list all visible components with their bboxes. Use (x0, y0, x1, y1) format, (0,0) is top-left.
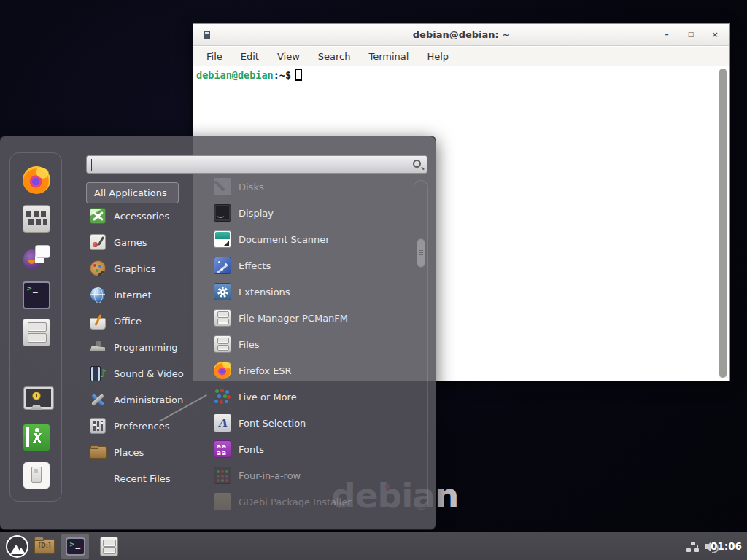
messenger-icon[interactable] (23, 244, 50, 271)
app-item-files[interactable]: Files (206, 331, 405, 357)
app-item-four-in-a-row[interactable]: Four-in-a-row (206, 462, 405, 489)
category-label: Internet (114, 289, 152, 300)
app-item-gdebi-package-installer[interactable]: GDebi Package Installer (206, 489, 405, 511)
firefox-icon (214, 362, 231, 379)
category-label: Places (114, 447, 144, 458)
menu-logo-icon (6, 535, 28, 558)
app-label: Document Scanner (239, 234, 330, 245)
app-item-file-manager-pcmanfm[interactable]: File Manager PCManFM (206, 305, 405, 331)
app-item-fonts[interactable]: aaaa Fonts (206, 436, 405, 462)
app-label: Extensions (239, 287, 290, 298)
category-games[interactable]: Games (86, 229, 204, 255)
close-button[interactable]: × (709, 29, 721, 41)
terminal-icon (66, 537, 85, 556)
terminal-menubar: File Edit View Search Terminal Help (193, 47, 729, 66)
category-preferences[interactable]: Preferences (86, 413, 204, 439)
four-in-a-row-icon (214, 467, 231, 484)
extensions-icon (214, 283, 231, 300)
app-label: Display (239, 208, 274, 219)
internet-icon (90, 287, 106, 303)
logout-icon[interactable] (23, 424, 50, 451)
no-icon (90, 470, 106, 486)
font-selection-glyph: A (218, 416, 227, 429)
minimize-button[interactable]: – (661, 29, 673, 41)
terminal-title: debian@debian: ~ (193, 24, 729, 46)
menu-scrollbar-thumb[interactable] (417, 238, 425, 268)
app-item-firefox-esr[interactable]: Firefox ESR (206, 357, 405, 384)
category-recent-files[interactable]: Recent Files (86, 465, 204, 491)
menubar-item-terminal[interactable]: Terminal (368, 51, 409, 62)
app-label: Fonts (239, 444, 264, 455)
sound-video-icon (90, 365, 106, 381)
app-item-font-selection[interactable]: A Font Selection (206, 410, 405, 436)
search-input[interactable] (86, 155, 427, 174)
office-icon (90, 318, 106, 330)
category-label: Games (114, 237, 147, 248)
app-label: Four-in-a-row (239, 470, 301, 481)
menubar-item-file[interactable]: File (206, 51, 222, 62)
administration-icon (90, 392, 106, 408)
screensaver-icon[interactable] (23, 385, 50, 413)
search-icon (413, 160, 421, 168)
applications-list: Disks Display Document Scanner Effects E… (206, 176, 405, 511)
app-label: GDebi Package Installer (239, 497, 352, 508)
category-accessories[interactable]: Accessories (86, 203, 204, 229)
taskbar: 01:06 (0, 532, 747, 560)
terminal-scrollbar[interactable] (719, 69, 727, 378)
category-label: Preferences (114, 421, 169, 432)
app-label: Disks (239, 182, 264, 192)
clock[interactable]: 01:06 (711, 532, 742, 560)
category-sound-video[interactable]: Sound & Video (86, 360, 204, 386)
category-places[interactable]: Places (86, 439, 204, 465)
category-administration[interactable]: Administration (86, 386, 204, 413)
font-selection-icon: A (214, 414, 231, 432)
games-icon (90, 234, 106, 250)
category-programming[interactable]: Programming (86, 334, 204, 360)
prompt-path: :~$ (274, 69, 291, 81)
menu-scrollbar[interactable] (414, 180, 428, 510)
graphics-icon (90, 260, 106, 276)
app-item-display[interactable]: Display (206, 200, 405, 226)
shutdown-icon[interactable] (23, 462, 50, 489)
menubar-item-edit[interactable]: Edit (241, 51, 259, 62)
category-internet[interactable]: Internet (86, 281, 204, 308)
display-icon (214, 204, 231, 222)
app-item-disks[interactable]: Disks (206, 176, 405, 200)
software-icon[interactable] (23, 205, 50, 233)
category-label: Administration (114, 394, 183, 405)
menu-button[interactable] (3, 534, 31, 559)
app-item-five-or-more[interactable]: Five or More (206, 384, 405, 410)
app-item-effects[interactable]: Effects (206, 252, 405, 279)
menubar-item-view[interactable]: View (277, 51, 300, 62)
menubar-item-help[interactable]: Help (427, 51, 449, 62)
terminal-icon[interactable] (23, 281, 50, 309)
effects-icon (214, 257, 231, 274)
category-graphics[interactable]: Graphics (86, 255, 204, 281)
file-cabinet-icon[interactable] (23, 319, 50, 346)
file-manager-button[interactable] (31, 534, 58, 559)
firefox-icon[interactable] (23, 166, 50, 194)
category-label: Office (114, 316, 142, 327)
terminal-titlebar[interactable]: debian@debian: ~ – □ × (193, 24, 729, 46)
category-office[interactable]: Office (86, 308, 204, 334)
terminal-button[interactable] (61, 534, 89, 559)
app-item-document-scanner[interactable]: Document Scanner (206, 226, 405, 252)
files-button[interactable] (95, 534, 123, 559)
category-label: Programming (114, 342, 178, 353)
maximize-button[interactable]: □ (685, 29, 697, 41)
app-label: File Manager PCManFM (239, 313, 348, 324)
app-item-extensions[interactable]: Extensions (206, 279, 405, 305)
menubar-item-search[interactable]: Search (318, 51, 351, 62)
app-label: Files (239, 339, 260, 350)
terminal-scrollbar-thumb[interactable] (719, 69, 727, 378)
app-label: Firefox ESR (239, 365, 292, 376)
document-scanner-icon (214, 230, 231, 248)
search-caret (91, 159, 92, 171)
favorites-column (9, 152, 62, 502)
terminal-prompt: debian@debian:~$ (196, 69, 302, 81)
gdebi-icon (214, 493, 231, 510)
network-icon[interactable] (686, 542, 699, 552)
app-label: Effects (239, 260, 271, 271)
category-all-applications[interactable]: All Applications (86, 182, 179, 203)
category-label: Accessories (114, 211, 169, 222)
